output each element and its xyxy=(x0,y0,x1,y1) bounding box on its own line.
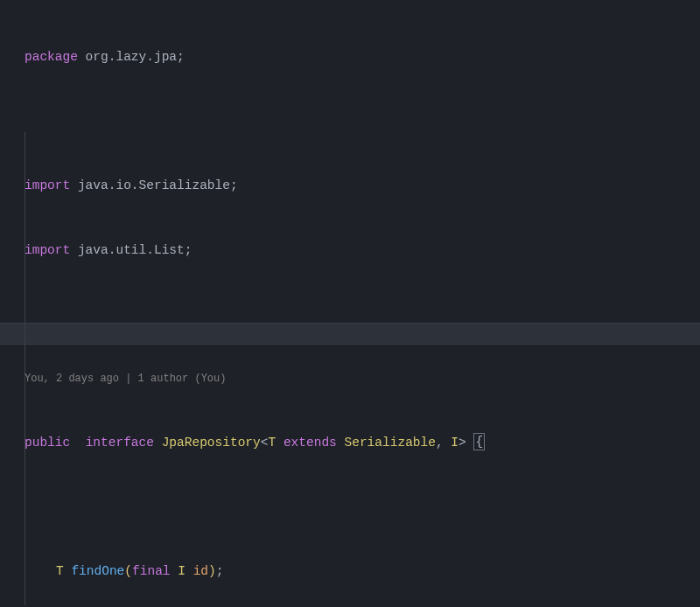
blank-line xyxy=(24,497,700,519)
keyword-import: import xyxy=(24,243,70,257)
paren-open: ( xyxy=(124,564,132,578)
type-name: Serializable xyxy=(345,436,436,450)
semicolon: ; xyxy=(216,564,224,578)
keyword-interface: interface xyxy=(86,436,154,450)
angle-close: > xyxy=(458,436,466,450)
keyword-public: public xyxy=(24,436,70,450)
code-line[interactable]: import java.util.List; xyxy=(24,240,700,262)
import-path: java.util.List xyxy=(70,243,185,257)
keyword-final: final xyxy=(132,564,171,578)
semicolon: ; xyxy=(230,178,238,192)
code-lens-authors[interactable]: You, 2 days ago | 1 author (You) xyxy=(24,368,700,390)
type-param: I xyxy=(451,436,458,450)
code-editor[interactable]: package org.lazy.jpa; import java.io.Ser… xyxy=(0,0,700,607)
package-name: org.lazy.jpa xyxy=(78,50,177,64)
type-name: JpaRepository xyxy=(162,436,261,450)
brace-open-matched: { xyxy=(473,433,485,450)
code-line[interactable]: public interface JpaRepository<T extends… xyxy=(24,432,700,454)
code-line[interactable]: import java.io.Serializable; xyxy=(24,175,700,197)
param-type: I xyxy=(178,564,186,578)
keyword-package: package xyxy=(24,50,78,64)
return-type: T xyxy=(56,564,64,578)
type-param: T xyxy=(268,436,276,450)
semicolon: ; xyxy=(185,243,192,257)
code-line[interactable]: T findOne(final I id); xyxy=(24,561,700,583)
comma: , xyxy=(436,436,444,450)
keyword-import: import xyxy=(24,178,70,192)
method-name: findOne xyxy=(71,564,124,578)
code-line[interactable]: package org.lazy.jpa; xyxy=(24,46,700,68)
keyword-extends: extends xyxy=(284,436,337,450)
param-name: id xyxy=(193,564,208,578)
blank-line xyxy=(24,304,700,325)
blank-line xyxy=(24,111,700,133)
import-path: java.io.Serializable xyxy=(70,178,230,192)
paren-close: ) xyxy=(208,564,216,578)
semicolon: ; xyxy=(177,50,185,64)
